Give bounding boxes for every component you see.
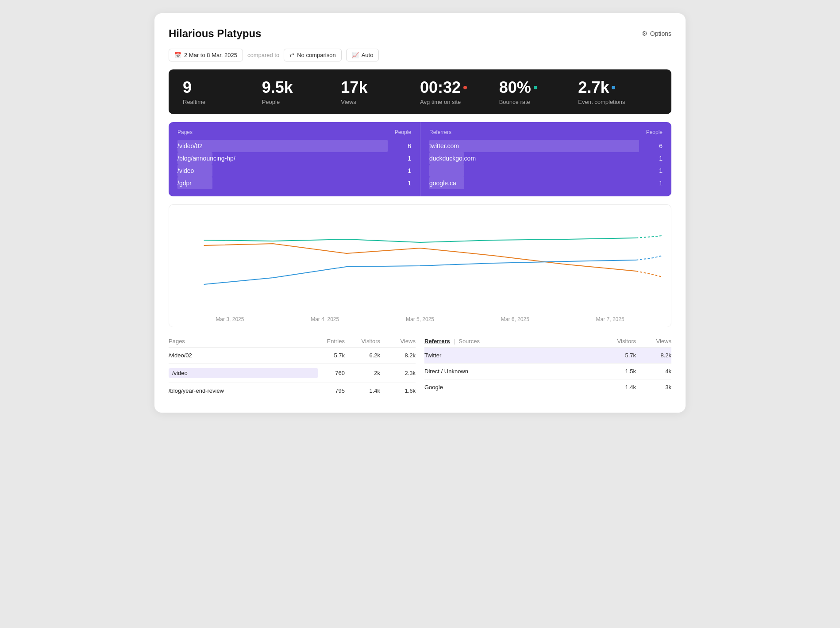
page-visitors: 1.4k (354, 387, 380, 394)
rt-page-row: /video1 (177, 165, 411, 177)
page-entries: 760 (318, 370, 345, 376)
referrers-table: Referrers | Sources Visitors Views Twitt… (424, 335, 671, 398)
stat-dot-avg_time (463, 86, 467, 89)
stat-people: 9.5kPeople (262, 78, 341, 105)
stat-label-avg_time: Avg time on site (420, 99, 499, 105)
rt-page-row: /blog/announcing-hp/1 (177, 152, 411, 165)
table-row: Google1.4k3k (424, 379, 671, 395)
chart-x-label: Mar 7, 2025 (596, 316, 624, 322)
ref-row-name: Google (424, 384, 609, 391)
rt-referrer-row: 1 (429, 165, 663, 177)
main-card: Hilarious Platypus ⚙ Options 📅 2 Mar to … (154, 13, 686, 413)
realtime-referrers: Referrers People twitter.com6duckduckgo.… (420, 122, 671, 196)
header: Hilarious Platypus ⚙ Options (169, 27, 671, 40)
rt-page-count: 1 (408, 167, 411, 174)
compared-to-label: compared to (247, 52, 279, 58)
rt-page-path: /video/02 (177, 142, 203, 149)
stat-avg_time: 00:32Avg time on site (420, 78, 499, 105)
stat-label-bounce: Bounce rate (499, 99, 578, 105)
page-visitors: 2k (354, 370, 380, 376)
ref-visitors: 1.5k (609, 368, 636, 375)
chart-x-label: Mar 4, 2025 (311, 316, 339, 322)
toolbar: 📅 2 Mar to 8 Mar, 2025 compared to ⇄ No … (169, 49, 671, 61)
stat-label-people: People (262, 99, 341, 105)
stat-label-events: Event completions (578, 99, 657, 105)
pages-table-col-pages: Pages (169, 338, 318, 345)
stat-value-realtime: 9 (183, 78, 192, 97)
page-row-name: /video/02 (169, 352, 318, 359)
pages-table-col-entries: Entries (318, 338, 345, 345)
page-views: 8.2k (389, 352, 416, 359)
rt-page-row: /gdpr1 (177, 177, 411, 189)
gear-icon: ⚙ (642, 30, 647, 38)
date-range-button[interactable]: 📅 2 Mar to 8 Mar, 2025 (169, 49, 243, 61)
rt-referrer-row: duckduckgo.com1 (429, 152, 663, 165)
compare-icon: ⇄ (289, 52, 294, 58)
rt-page-count: 6 (408, 142, 411, 149)
pages-table: Pages Entries Visitors Views /video/025.… (169, 335, 416, 398)
rt-referrer-source: duckduckgo.com (429, 155, 476, 162)
pages-table-col-visitors: Visitors (354, 338, 380, 345)
stats-bar: 9Realtime9.5kPeople17kViews00:32Avg time… (169, 69, 671, 114)
pages-people-header: People (395, 129, 411, 135)
rt-referrer-count: 1 (659, 167, 663, 174)
rt-page-path: /video (177, 167, 194, 174)
ref-views: 8.2k (645, 352, 671, 359)
pages-col-header: Pages (177, 129, 193, 135)
stat-bounce: 80%Bounce rate (499, 78, 578, 105)
ref-visitors: 1.4k (609, 384, 636, 391)
page-entries: 5.7k (318, 352, 345, 359)
rt-referrer-source: twitter.com (429, 142, 459, 149)
rt-referrer-row: google.ca1 (429, 177, 663, 189)
page-row-name: /blog/year-end-review (169, 387, 318, 394)
ref-row-name: Direct / Unknown (424, 368, 609, 375)
page-row-name: /video (169, 368, 318, 378)
referrers-table-col-views: Views (645, 338, 671, 345)
referrers-people-header: People (646, 129, 663, 135)
no-comparison-button[interactable]: ⇄ No comparison (284, 49, 341, 61)
stat-value-views: 17k (341, 78, 367, 97)
stat-views: 17kViews (341, 78, 420, 105)
options-button[interactable]: ⚙ Options (642, 30, 671, 38)
ref-views: 4k (645, 368, 671, 375)
stat-realtime: 9Realtime (183, 78, 262, 105)
rt-referrer-row: twitter.com6 (429, 140, 663, 152)
rt-page-path: /blog/announcing-hp/ (177, 155, 235, 162)
chart-x-label: Mar 3, 2025 (216, 316, 244, 322)
chart-icon: 📈 (352, 52, 359, 58)
chart-x-labels: Mar 3, 2025Mar 4, 2025Mar 5, 2025Mar 6, … (178, 316, 662, 322)
stat-value-bounce: 80% (499, 78, 531, 97)
page-visitors: 6.2k (354, 352, 380, 359)
page-views: 1.6k (389, 387, 416, 394)
chart-x-label: Mar 5, 2025 (406, 316, 434, 322)
auto-button[interactable]: 📈 Auto (346, 49, 379, 61)
stat-events: 2.7kEvent completions (578, 78, 657, 105)
rt-page-row: /video/026 (177, 140, 411, 152)
stat-label-realtime: Realtime (183, 99, 262, 105)
rt-referrer-source: google.ca (429, 180, 456, 187)
stat-value-avg_time: 00:32 (420, 78, 461, 97)
ref-visitors: 5.7k (609, 352, 636, 359)
realtime-panel: Pages People /video/026/blog/announcing-… (169, 122, 671, 196)
stat-dot-bounce (534, 86, 537, 89)
stat-label-views: Views (341, 99, 420, 105)
stat-dot-events (612, 86, 615, 89)
referrers-table-col-visitors: Visitors (609, 338, 636, 345)
table-row: /video7602k2.3k (169, 364, 416, 383)
tab-sources[interactable]: Sources (459, 338, 480, 345)
table-row: /blog/year-end-review7951.4k1.6k (169, 383, 416, 398)
chart-area: Mar 3, 2025Mar 4, 2025Mar 5, 2025Mar 6, … (169, 204, 671, 327)
chart-x-label: Mar 6, 2025 (501, 316, 529, 322)
tab-referrers[interactable]: Referrers (424, 338, 450, 345)
realtime-pages: Pages People /video/026/blog/announcing-… (169, 122, 420, 196)
page-views: 2.3k (389, 370, 416, 376)
rt-referrer-count: 6 (659, 142, 663, 149)
table-row: /video/025.7k6.2k8.2k (169, 348, 416, 364)
ref-row-name: Twitter (424, 352, 609, 359)
referrers-col-header: Referrers (429, 129, 451, 135)
calendar-icon: 📅 (174, 52, 181, 58)
page-entries: 795 (318, 387, 345, 394)
rt-referrer-count: 1 (659, 155, 663, 162)
table-row: Direct / Unknown1.5k4k (424, 364, 671, 379)
pages-table-col-views: Views (389, 338, 416, 345)
